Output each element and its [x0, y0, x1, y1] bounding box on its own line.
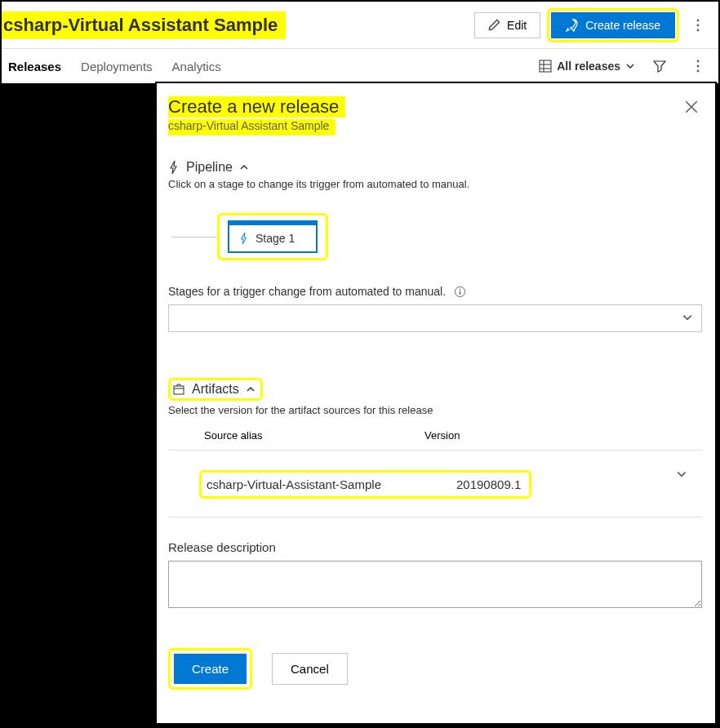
all-releases-label: All releases — [557, 60, 620, 73]
pipeline-title: csharp-Virtual Assistant Sample — [2, 11, 286, 39]
package-icon — [172, 383, 185, 396]
panel-subtitle: csharp-Virtual Assistant Sample — [168, 119, 336, 135]
create-release-panel: Create a new release csharp-Virtual Assi… — [155, 82, 717, 725]
artifact-version: 20190809.1 — [456, 477, 521, 491]
svg-point-1 — [697, 24, 700, 26]
stage-card[interactable]: Stage 1 — [228, 220, 318, 253]
tab-analytics[interactable]: Analytics — [172, 60, 221, 73]
pencil-icon — [488, 19, 500, 31]
filter-icon — [653, 60, 666, 73]
close-icon — [684, 100, 699, 114]
artifact-row[interactable]: csharp-Virtual-Assistant-Sample 20190809… — [168, 455, 702, 517]
artifacts-helper: Select the version for the artifact sour… — [168, 404, 702, 416]
chevron-up-icon — [246, 384, 256, 394]
rocket-icon — [566, 19, 579, 32]
stage-label: Stage 1 — [256, 232, 295, 245]
filter-button[interactable] — [645, 55, 674, 78]
svg-point-2 — [697, 29, 700, 31]
create-button[interactable]: Create — [174, 654, 247, 684]
col-version: Version — [424, 429, 702, 442]
cancel-button[interactable]: Cancel — [272, 653, 348, 685]
svg-point-0 — [697, 19, 700, 21]
svg-rect-13 — [174, 386, 184, 394]
more-vertical-icon — [692, 60, 704, 73]
svg-rect-3 — [540, 60, 551, 72]
tab-deployments[interactable]: Deployments — [81, 60, 153, 73]
trigger-field-label: Stages for a trigger change from automat… — [168, 285, 702, 298]
create-release-label: Create release — [585, 19, 660, 32]
edit-label: Edit — [507, 19, 527, 32]
tabbar: Releases Deployments Analytics All relea… — [2, 49, 718, 83]
lightning-icon — [168, 161, 180, 174]
info-icon[interactable] — [454, 286, 466, 298]
chevron-down-icon — [625, 61, 635, 71]
trigger-stages-select[interactable] — [168, 304, 702, 332]
artifacts-heading: Artifacts — [192, 382, 239, 397]
chevron-down-icon — [676, 468, 687, 480]
all-releases-dropdown[interactable]: All releases — [539, 60, 635, 73]
grid-icon — [539, 60, 552, 73]
tab-releases[interactable]: Releases — [8, 60, 61, 73]
svg-point-11 — [460, 288, 461, 290]
pipeline-helper: Click on a stage to change its trigger f… — [168, 178, 702, 190]
svg-point-9 — [697, 70, 700, 73]
chevron-down-icon — [682, 312, 693, 323]
pipeline-heading: Pipeline — [186, 160, 233, 175]
release-description-input[interactable] — [168, 561, 702, 608]
stage-connector — [171, 237, 217, 237]
page-header: csharp-Virtual Assistant Sample Edit Cre… — [2, 2, 718, 49]
close-button[interactable] — [681, 96, 702, 118]
artifact-alias: csharp-Virtual-Assistant-Sample — [207, 477, 417, 491]
svg-rect-12 — [460, 291, 460, 295]
tabbar-more-button[interactable] — [684, 55, 712, 78]
artifacts-section-header[interactable]: Artifacts — [172, 382, 256, 397]
pipeline-section-header[interactable]: Pipeline — [168, 160, 702, 175]
edit-button[interactable]: Edit — [474, 12, 540, 38]
col-source-alias: Source alias — [204, 429, 424, 442]
create-release-button[interactable]: Create release — [551, 12, 675, 38]
svg-point-7 — [697, 60, 700, 63]
lightning-icon — [239, 233, 249, 244]
svg-point-8 — [697, 65, 700, 68]
chevron-up-icon — [239, 162, 249, 172]
artifacts-table-header: Source alias Version — [168, 429, 702, 442]
header-more-button[interactable] — [684, 14, 712, 37]
description-label: Release description — [168, 540, 702, 554]
more-vertical-icon — [692, 19, 704, 32]
panel-title: Create a new release — [168, 96, 345, 118]
